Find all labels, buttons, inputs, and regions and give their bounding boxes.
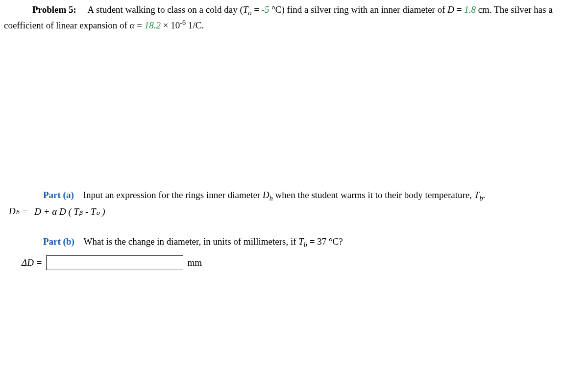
Tb-symbol: T (474, 190, 480, 200)
problem-text: × 10 (161, 21, 180, 31)
delta-d-input[interactable] (46, 255, 183, 270)
problem-text: coefficient of linear expansion of (4, 21, 130, 31)
alpha-exponent: -6 (180, 19, 186, 26)
part-b-label: Part (b) (43, 236, 74, 247)
problem-text: = (135, 21, 145, 31)
Tb-subscript: b (304, 241, 307, 249)
problem-text: = (251, 4, 261, 15)
part-a-expression-lhs: Dₕ = (9, 204, 28, 218)
Tb-subscript: b (479, 194, 483, 202)
To-value: -5 (262, 4, 270, 15)
alpha-symbol: α (130, 21, 135, 31)
Dh-subscript: h (270, 194, 273, 202)
part-a-expression-display: D + α D ( Tᵦ - Tₒ ) (31, 204, 148, 218)
problem-label: Problem 5: (32, 4, 76, 15)
problem-text: A student walking to class on a cold day… (88, 4, 243, 15)
Dh-symbol: D (263, 190, 270, 200)
part-a-label: Part (a) (43, 190, 74, 200)
part-b-prompt: What is the change in diameter, in units… (84, 236, 299, 247)
answer-label: ΔD = (22, 256, 42, 270)
problem-text: = (454, 4, 464, 15)
part-b-block: Part (b) What is the change in diameter,… (43, 235, 585, 250)
To-symbol: T (243, 4, 248, 15)
Tb-symbol: T (298, 236, 304, 247)
D-symbol: D (447, 4, 454, 15)
part-b-prompt: = 37 °C? (307, 236, 343, 247)
problem-text: °C) find a silver ring with an inner dia… (269, 4, 447, 15)
part-a-prompt: when the student warms it to their body … (273, 190, 474, 200)
answer-unit: mm (187, 256, 202, 270)
alpha-value: 18.2 (145, 21, 161, 31)
spacer (3, 37, 585, 184)
part-a-prompt: Input an expression for the rings inner … (83, 190, 263, 200)
problem-text: cm. The silver has a (476, 4, 553, 15)
problem-statement: Problem 5: A student walking to class on… (3, 3, 585, 32)
part-a-prompt: . (483, 190, 486, 200)
part-a-block: Part (a) Input an expression for the rin… (43, 188, 585, 203)
D-value: 1.8 (464, 4, 476, 15)
problem-text: 1/C. (186, 21, 204, 31)
